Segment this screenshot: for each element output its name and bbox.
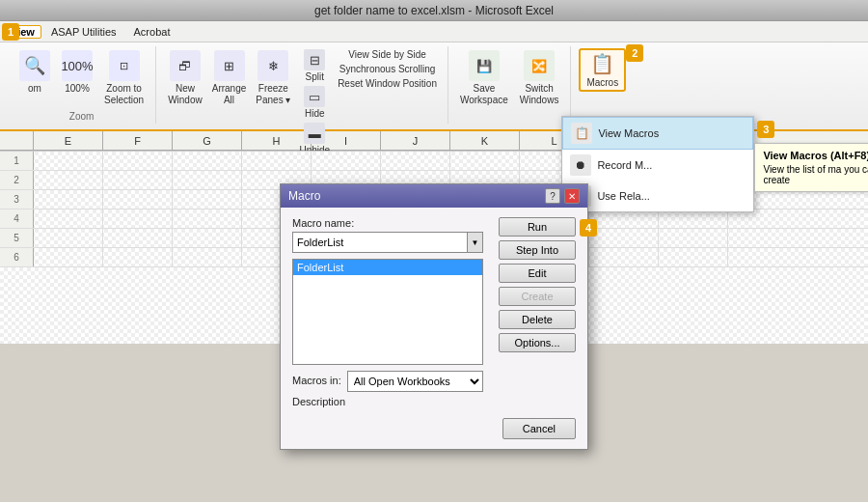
save-workspace-button[interactable]: 💾 SaveWorkspace bbox=[456, 48, 512, 108]
macros-button[interactable]: 📋 Macros bbox=[579, 48, 626, 92]
badge-3: 3 bbox=[757, 121, 774, 138]
title-bar: get folder name to excel.xlsm - Microsof… bbox=[0, 0, 868, 21]
macro-name-arrow[interactable]: ▼ bbox=[467, 233, 482, 252]
view-macros-item[interactable]: 📋 View Macros bbox=[562, 117, 753, 150]
description-label: Description bbox=[292, 396, 483, 407]
macro-list-item[interactable]: FolderList bbox=[293, 260, 482, 275]
badge-1: 1 bbox=[2, 23, 19, 41]
use-relative-item[interactable]: 📌 Use Rela... bbox=[562, 181, 753, 211]
record-macro-item[interactable]: ⏺ Record M... bbox=[562, 150, 753, 181]
menu-bar: 1 View ASAP Utilities Acrobat bbox=[0, 21, 868, 42]
modal-titlebar: Macro ? ✕ bbox=[281, 184, 587, 208]
view-side-by-side-button[interactable]: View Side by Side bbox=[335, 48, 440, 61]
badge-4: 4 bbox=[580, 219, 597, 237]
macro-name-input-wrap: ▼ bbox=[292, 232, 483, 253]
tooltip: View Macros (Alt+F8) View the list of ma… bbox=[754, 143, 868, 192]
step-into-button[interactable]: Step Into bbox=[499, 240, 576, 260]
cancel-button[interactable]: Cancel bbox=[502, 418, 576, 439]
title-text: get folder name to excel.xlsm - Microsof… bbox=[314, 4, 554, 17]
zoom-group-label: Zoom bbox=[69, 111, 95, 122]
hide-button[interactable]: ▭ Hide bbox=[296, 85, 333, 120]
record-icon: ⏺ bbox=[570, 154, 591, 176]
switch-windows-button[interactable]: 🔀 SwitchWindows bbox=[516, 48, 563, 108]
split-button[interactable]: ⊟ Split bbox=[296, 48, 333, 83]
tooltip-body: View the list of ma you can run, create bbox=[763, 164, 868, 185]
modal-close-button[interactable]: ✕ bbox=[564, 188, 580, 204]
synchronous-scrolling-button[interactable]: Synchronous Scrolling bbox=[335, 63, 440, 75]
row-num-header bbox=[0, 131, 34, 150]
modal-title: Macro bbox=[288, 189, 320, 203]
col-F[interactable]: F bbox=[103, 131, 173, 150]
options-button[interactable]: Options... bbox=[499, 333, 576, 352]
zoom-100-button[interactable]: 100% 100% bbox=[58, 48, 96, 96]
reset-window-position-button[interactable]: Reset Window Position bbox=[335, 77, 440, 90]
col-E[interactable]: E bbox=[34, 131, 103, 150]
modal-help-button[interactable]: ? bbox=[545, 188, 560, 204]
view-macros-icon: 📋 bbox=[571, 123, 592, 144]
create-button[interactable]: Create bbox=[499, 287, 576, 306]
macro-list[interactable]: FolderList bbox=[292, 259, 483, 365]
col-K[interactable]: K bbox=[450, 131, 520, 150]
arrange-all-button[interactable]: ⊞ ArrangeAll bbox=[208, 48, 251, 108]
new-window-button[interactable]: 🗗 NewWindow bbox=[164, 48, 206, 108]
macros-in-label: Macros in: bbox=[292, 375, 341, 386]
freeze-panes-button[interactable]: ❄ FreezePanes ▾ bbox=[252, 48, 294, 108]
edit-button[interactable]: Edit bbox=[499, 264, 576, 283]
delete-button[interactable]: Delete bbox=[499, 310, 576, 329]
tooltip-title: View Macros (Alt+F8) bbox=[763, 150, 868, 161]
ribbon-group-macros: 2 📋 Macros 3 📋 View Macros bbox=[571, 46, 634, 124]
zoom-to-selection-button[interactable]: ⊡ Zoom toSelection bbox=[100, 48, 148, 108]
macro-dialog: Macro ? ✕ Macro name: ▼ bbox=[280, 183, 588, 450]
macro-name-input[interactable] bbox=[293, 233, 467, 252]
zoom-button[interactable]: 🔍 om bbox=[15, 48, 54, 96]
ribbon-group-workspace: 💾 SaveWorkspace 🔀 SwitchWindows bbox=[448, 46, 571, 124]
run-button[interactable]: Run bbox=[499, 217, 576, 237]
macros-dropdown: 3 📋 View Macros ⏺ Record M... 📌 Use Rela… bbox=[561, 116, 754, 212]
macros-in-select[interactable]: All Open Workbooks bbox=[347, 371, 483, 392]
cancel-btn-wrap: Cancel bbox=[292, 418, 576, 439]
ribbon-group-window: 🗗 NewWindow ⊞ ArrangeAll ❄ FreezePanes ▾… bbox=[156, 46, 448, 124]
modal-body: Macro name: ▼ FolderList bbox=[281, 208, 587, 449]
menu-asap[interactable]: ASAP Utilities bbox=[43, 24, 124, 40]
modal-buttons: 4 Run Step Into Edit Create Delete Optio… bbox=[499, 217, 576, 410]
ribbon: 🔍 om 100% 100% ⊡ Zoom toSelection Zoom 🗗 bbox=[0, 42, 868, 131]
badge-2: 2 bbox=[626, 44, 643, 62]
ribbon-group-zoom: 🔍 om 100% 100% ⊡ Zoom toSelection Zoom bbox=[8, 46, 156, 124]
menu-acrobat[interactable]: Acrobat bbox=[126, 24, 178, 40]
macro-name-label: Macro name: bbox=[292, 217, 483, 229]
